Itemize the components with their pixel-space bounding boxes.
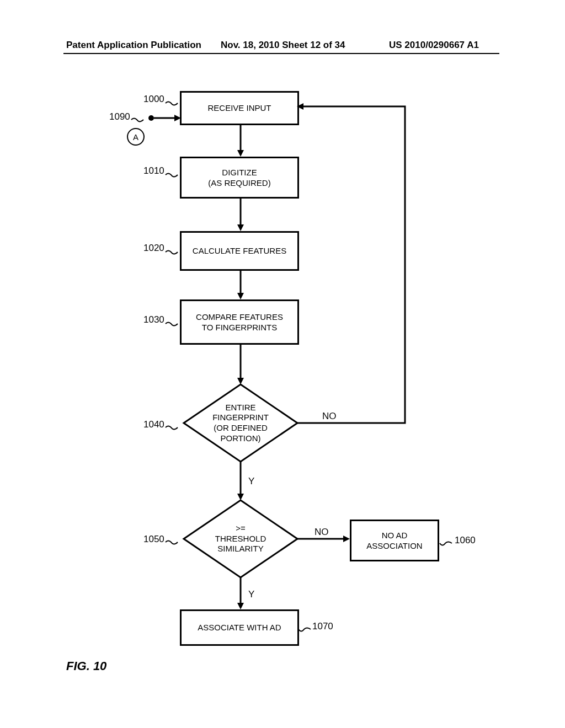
squiggle-1050 [166, 539, 178, 547]
squiggle-1090 [131, 117, 143, 125]
ref-1020: 1020 [143, 243, 164, 254]
svg-marker-2 [174, 115, 181, 121]
ref-1060: 1060 [455, 535, 476, 546]
arrow-1050-1070 [235, 577, 246, 609]
header-left: Patent Application Publication [66, 40, 201, 51]
box-no-ad: NO AD ASSOCIATION [350, 520, 439, 561]
svg-marker-12 [297, 103, 303, 110]
squiggle-1020 [166, 249, 178, 257]
squiggle-1070 [299, 627, 311, 634]
box-associate: ASSOCIATE WITH AD [180, 609, 299, 646]
box-no-ad-text: NO AD ASSOCIATION [366, 530, 422, 552]
svg-marker-8 [237, 293, 244, 299]
svg-point-0 [148, 115, 154, 121]
svg-marker-4 [237, 150, 244, 157]
arrow-1040-1050 [235, 462, 246, 500]
box-calc-features: CALCULATE FEATURES [180, 231, 299, 271]
arrow-1090-in [148, 113, 181, 124]
squiggle-1030 [166, 321, 178, 329]
squiggle-1040 [166, 425, 178, 432]
header-rule [63, 53, 499, 54]
box-associate-text: ASSOCIATE WITH AD [198, 622, 281, 633]
arrow-1050-1060 [297, 533, 350, 544]
connector-a: A [127, 128, 145, 146]
ref-1010: 1010 [143, 165, 164, 176]
box-compare: COMPARE FEATURES TO FINGERPRINTS [180, 299, 299, 345]
diamond-1040-text: ENTIRE FINGERPRINT (OR DEFINED PORTION) [212, 403, 269, 444]
box-digitize-text: DIGITIZE (AS REQUIRED) [208, 167, 270, 189]
box-compare-text: COMPARE FEATURES TO FINGERPRINTS [196, 312, 283, 333]
edge-1040-y: Y [248, 476, 254, 487]
diamond-1040-text-wrap: ENTIRE FINGERPRINT (OR DEFINED PORTION) [191, 394, 290, 452]
connector-a-text: A [133, 132, 138, 142]
box-digitize: DIGITIZE (AS REQUIRED) [180, 157, 299, 199]
svg-marker-19 [237, 603, 244, 609]
edge-1050-y: Y [248, 589, 254, 600]
squiggle-1000 [166, 100, 178, 108]
squiggle-1010 [166, 172, 178, 180]
svg-marker-17 [343, 536, 350, 542]
arrow-1000-1010 [235, 124, 246, 157]
squiggle-1060 [440, 540, 452, 548]
arrow-1010-1020 [235, 197, 246, 231]
diamond-1050-text: >= THRESHOLD SIMILARITY [215, 523, 266, 554]
ref-1030: 1030 [143, 314, 164, 325]
arrow-1030-1040 [235, 343, 246, 384]
arrow-1040-no-feedback [296, 91, 417, 427]
ref-1090: 1090 [109, 111, 130, 122]
figure-label: FIG. 10 [66, 659, 106, 673]
box-receive-input-text: RECEIVE INPUT [207, 103, 271, 114]
ref-1050: 1050 [143, 534, 164, 545]
box-receive-input: RECEIVE INPUT [180, 91, 299, 125]
header-mid: Nov. 18, 2010 Sheet 12 of 34 [221, 40, 345, 51]
box-calc-text: CALCULATE FEATURES [193, 245, 286, 256]
arrow-1020-1030 [235, 269, 246, 299]
ref-1070: 1070 [312, 621, 333, 632]
header-right: US 2010/0290667 A1 [389, 40, 479, 51]
diamond-1050-text-wrap: >= THRESHOLD SIMILARITY [191, 515, 290, 563]
svg-marker-6 [237, 224, 244, 231]
ref-1040: 1040 [143, 419, 164, 430]
ref-1000: 1000 [143, 94, 164, 105]
